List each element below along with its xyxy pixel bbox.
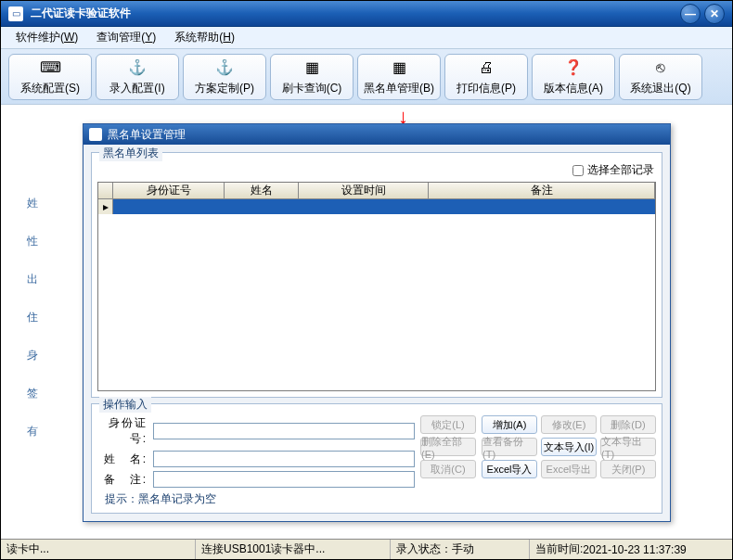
app-icon: ▭ [8,6,23,21]
status-mode: 录入状态：手动 [391,540,530,559]
menu-maintain-label: 软件维护( [16,31,64,44]
minimize-button[interactable]: — [680,4,701,24]
btn-excelin[interactable]: Excel导入 [482,460,537,478]
status-time: 当前时间:2021-10-23 11:37:39 [530,540,732,559]
list-group: 黑名单列表 选择全部记录 身份证号 姓名 设置时间 备注 ▸ [91,152,662,398]
btn-excelout: Excel导出 [541,460,597,478]
exit-icon: ⎋ [650,57,671,78]
btn-add[interactable]: 增加(A) [482,415,537,434]
input-name[interactable] [153,451,415,467]
dialog-title: 黑名单设置管理 [108,127,186,143]
btn-modify: 修改(E) [541,415,597,434]
toolbtn-print[interactable]: 🖨打印信息(P) [444,54,528,100]
toolbtn-entryconf[interactable]: ⚓录入配置(I) [96,54,179,100]
table-icon: ▦ [302,57,322,78]
menu-help[interactable]: 系统帮助(H) [165,27,244,48]
input-group: 操作输入 身份证号: 姓 名: 备 注: [91,403,662,514]
table-icon: ▦ [389,57,409,78]
input-id[interactable] [153,423,415,439]
dialog-titlebar: 黑名单设置管理 [84,124,670,145]
app-title: 二代证读卡验证软件 [31,6,676,21]
th-remark[interactable]: 备注 [429,183,655,198]
dialog-icon [89,128,102,141]
list-legend: 黑名单列表 [99,146,162,161]
input-remark[interactable] [153,471,415,488]
blacklist-dialog: 黑名单设置管理 黑名单列表 选择全部记录 身份证号 姓名 设置时间 备注 [83,123,671,522]
menu-query[interactable]: 查询管理(Y) [87,27,165,48]
menu-help-label: 系统帮助( [174,31,223,44]
select-all-input[interactable] [572,165,584,176]
input-legend: 操作输入 [99,397,151,413]
toolbar: ⌨系统配置(S) ⚓录入配置(I) ⚓方案定制(P) ▦刷卡查询(C) ▦黑名单… [1,49,732,105]
btn-textin[interactable]: 文本导入(I) [541,438,597,456]
table-header: 身份证号 姓名 设置时间 备注 [98,183,655,199]
main-titlebar: ▭ 二代证读卡验证软件 — ✕ [1,1,732,27]
anchor-icon: ⚓ [214,57,235,78]
btn-cancel: 取消(C) [420,460,476,478]
blacklist-table[interactable]: 身份证号 姓名 设置时间 备注 ▸ [97,182,656,391]
status-reader: 读卡中... [1,540,196,559]
btn-close: 关闭(P) [600,460,656,478]
hint-text: 提示：黑名单记录为空 [105,491,656,507]
anchor-icon: ⚓ [127,57,148,78]
btn-delall: 删除全部(E) [420,438,476,456]
keyboard-icon: ⌨ [40,57,60,78]
close-button[interactable]: ✕ [704,4,725,24]
background-sidetext: 姓 性 出 住 身 签 有 [27,196,38,439]
status-bar: 读卡中... 连接USB1001读卡器中... 录入状态：手动 当前时间:202… [1,539,732,559]
th-settime[interactable]: 设置时间 [299,183,429,198]
btn-lock: 锁定(L) [420,415,476,434]
th-marker [98,183,113,198]
status-connection: 连接USB1001读卡器中... [196,540,391,559]
label-id: 身份证号: [97,415,148,447]
menu-query-label: 查询管理( [96,31,145,44]
table-row[interactable]: ▸ [98,199,655,214]
toolbtn-cardquery[interactable]: ▦刷卡查询(C) [270,54,354,100]
select-all-checkbox[interactable]: 选择全部记录 [572,162,654,178]
toolbtn-sysconf[interactable]: ⌨系统配置(S) [8,54,92,100]
th-id[interactable]: 身份证号 [113,183,225,198]
toolbtn-scheme[interactable]: ⚓方案定制(P) [183,54,266,100]
btn-delete: 删除(D) [600,415,656,434]
th-name[interactable]: 姓名 [225,183,299,198]
menu-maintain[interactable]: 软件维护(W) [6,27,87,48]
label-name: 姓 名: [97,452,148,467]
btn-viewbak: 查看备份(T) [482,438,537,456]
toolbtn-version[interactable]: ❓版本信息(A) [532,54,615,100]
menu-bar: 软件维护(W) 查询管理(Y) 系统帮助(H) [1,27,732,49]
row-marker-icon: ▸ [98,199,113,214]
select-all-label: 选择全部记录 [587,162,654,178]
btn-textout: 文本导出(T) [600,438,656,456]
label-remark: 备 注: [97,472,148,488]
help-icon: ❓ [563,57,584,78]
printer-icon: 🖨 [476,57,496,78]
toolbtn-exit[interactable]: ⎋系统退出(Q) [619,54,702,100]
toolbtn-blacklist[interactable]: ▦黑名单管理(B) [357,54,441,100]
